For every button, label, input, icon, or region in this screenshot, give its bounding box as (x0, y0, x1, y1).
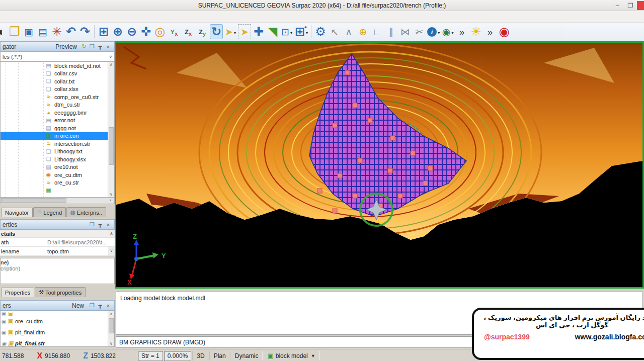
overflow-chevron[interactable]: » (455, 24, 468, 39)
file-tree-item-lithoogy-xlsx[interactable]: Lithoogy.xlsx (1, 155, 114, 163)
menu-item-create[interactable] (20, 15, 30, 18)
eye-icon[interactable] (2, 329, 7, 336)
plan-view-icon[interactable]: ◥ (266, 24, 279, 39)
pan-icon[interactable]: ✚ (252, 24, 265, 39)
close-panel-icon[interactable]: × (104, 222, 112, 228)
scroll-down-icon[interactable]: ∨ (108, 247, 115, 255)
eye-icon[interactable] (2, 340, 7, 347)
breakline-icon[interactable]: ⋈ (398, 24, 412, 39)
menu-item-e[interactable] (0, 15, 10, 18)
layer-item-item[interactable] (1, 311, 114, 316)
view-zy-icon[interactable]: Zy (196, 24, 209, 39)
app-logo-partial-icon[interactable]: ◖ (0, 24, 7, 39)
scroll-down-icon[interactable]: ∨ (108, 192, 114, 197)
menu-item-design[interactable] (131, 15, 141, 18)
menu-item-point-cloud[interactable] (141, 15, 151, 18)
tree-vertical-scrollbar[interactable]: ∧ ∨ (108, 62, 114, 197)
eye-icon[interactable] (2, 311, 7, 316)
spreadsheet-icon[interactable]: ⊞ (97, 24, 110, 39)
file-tree-item-eeegggg-bmr[interactable]: eeegggg.bmr (1, 109, 114, 117)
undo-icon[interactable]: ↶ (64, 24, 77, 39)
menu-item-inquire[interactable] (60, 15, 70, 18)
save-file-icon[interactable]: ▣ (22, 24, 35, 39)
file-tree-item-gggg-not[interactable]: gggg.not (1, 124, 114, 132)
view-zx-icon[interactable]: Zx (182, 24, 195, 39)
info-icon-dropdown[interactable]: ▾ (438, 31, 440, 35)
file-tree-item-collar-txt[interactable]: collar.txt (1, 77, 114, 85)
file-tree-item-comp-ore-cu0-str[interactable]: comp_ore_cu0.str (1, 93, 114, 101)
file-tree-item-dtm-cu-str[interactable]: dtm_cu.str (1, 101, 114, 109)
active-layer-dropdown[interactable]: block model ▼ (263, 351, 319, 360)
lock-icon[interactable] (8, 329, 14, 336)
print-icon[interactable]: ▤ (36, 24, 49, 39)
tree-hscroll-thumb[interactable] (1, 198, 66, 203)
tab-enterpris[interactable]: Enterpris.. (66, 207, 106, 217)
mode-dynamic-button[interactable]: Dynamic (230, 351, 263, 360)
parallel-segment-icon[interactable]: ∥ (384, 24, 397, 39)
tab-navigator[interactable]: Navigator (1, 208, 33, 217)
mode-plan-button[interactable]: Plan (209, 351, 230, 360)
pin-grid-icon[interactable]: ⊞●▾ (294, 24, 308, 39)
restore-button[interactable]: ❐ (624, 2, 637, 9)
string-number-field[interactable]: Str = 1 (138, 351, 163, 361)
file-filter-dropdown[interactable]: les (.*.*) ∨ (0, 52, 115, 62)
layers-scroll-thumb[interactable] (109, 318, 114, 333)
orbit-rotate-icon[interactable]: ↻ (210, 24, 223, 39)
scroll-down-icon[interactable]: ∨ (108, 341, 114, 346)
overflow-chevron-2[interactable]: » (484, 24, 497, 39)
menu-item-plotting[interactable] (151, 15, 161, 18)
select-cursor-icon[interactable]: ➤▾ (224, 24, 237, 39)
file-tree-item-collar-xlsx[interactable]: collar.xlsx (1, 85, 114, 94)
file-tree-item-error-not[interactable]: error.not (1, 117, 114, 125)
menu-item-block-model[interactable] (121, 15, 131, 18)
lock-icon[interactable] (8, 318, 14, 325)
layer-item-pit-final-dtm[interactable]: pit_final.dtm (1, 327, 114, 338)
file-tree-item-ore-cu-str[interactable]: ore_cu.str (1, 179, 114, 187)
file-tree-item-item[interactable] (1, 187, 114, 195)
float-panel-icon[interactable]: ❐ (88, 221, 96, 228)
menu-item-help[interactable] (171, 15, 181, 18)
pin-panel-icon[interactable]: ┳ (96, 302, 104, 309)
scroll-up-icon[interactable]: ∧ (108, 230, 115, 237)
box-select-icon[interactable]: ➤ (238, 24, 251, 39)
select-cursor-icon-dropdown[interactable]: ▾ (234, 31, 236, 35)
close-panel-icon[interactable]: × (104, 44, 112, 50)
menu-item-edit[interactable] (10, 15, 20, 18)
file-tree-item-ore-cu-dtm[interactable]: ore_cu.dtm (1, 171, 114, 179)
tree-scroll-thumb[interactable] (109, 127, 114, 165)
pin-grid-icon-dropdown[interactable]: ▾ (306, 31, 308, 35)
float-panel-icon[interactable]: ❐ (88, 302, 96, 309)
file-tree-item-collar-csv[interactable]: collar.csv (1, 70, 114, 78)
link-tool-icon[interactable]: ⊡▾ (280, 24, 293, 39)
viewport-canvas[interactable]: Z Y X (116, 43, 642, 287)
file-tree-item-block-model-id-not[interactable]: block model_id.not (1, 62, 114, 70)
file-tree-item-ore10-not[interactable]: ore10.not (1, 163, 114, 171)
menu-item-surfaces[interactable] (101, 15, 111, 18)
preview-tab[interactable]: Preview (55, 43, 77, 50)
menu-item-solids[interactable] (111, 15, 121, 18)
reset-graphics-icon[interactable]: ✳ (50, 24, 63, 39)
snap-segment-icon[interactable]: ∟ (370, 24, 383, 39)
record-partial-icon[interactable]: ◉ (498, 24, 511, 39)
menu-item-planes[interactable] (50, 15, 60, 18)
lock-icon[interactable] (8, 311, 14, 316)
close-panel-icon[interactable]: × (104, 303, 112, 309)
grade-percent-field[interactable]: 0.000% (164, 351, 192, 361)
visibility-icon[interactable]: ◉▾ (441, 24, 454, 39)
lighting-icon[interactable]: ☀ (469, 24, 482, 39)
graphics-viewport[interactable]: Z Y X (115, 41, 644, 289)
menu-item-view[interactable] (40, 15, 50, 18)
point-edit-icon[interactable]: ↖ (328, 24, 341, 39)
minimize-button[interactable]: – (611, 2, 624, 9)
link-tool-icon-dropdown[interactable]: ▾ (290, 31, 292, 35)
trim-segment-icon[interactable]: ✂ (413, 24, 426, 39)
tab-tool-properties[interactable]: Tool properties (35, 287, 86, 297)
close-button[interactable] (637, 1, 644, 10)
file-tree-item-lithoogy-txt[interactable]: Lithoogy.txt (1, 148, 114, 156)
segment-edit-icon[interactable]: ∧ (342, 24, 355, 39)
menu-item-file-tools[interactable] (70, 15, 80, 18)
zoom-extents-icon[interactable]: ✜ (139, 24, 152, 39)
file-tree-item-intersection-str[interactable]: intersection.str (1, 140, 114, 148)
layers-scrollbar[interactable]: ∧ ∨ (108, 311, 114, 346)
file-tree-item-in-ore-con[interactable]: in ore.con (1, 132, 114, 140)
